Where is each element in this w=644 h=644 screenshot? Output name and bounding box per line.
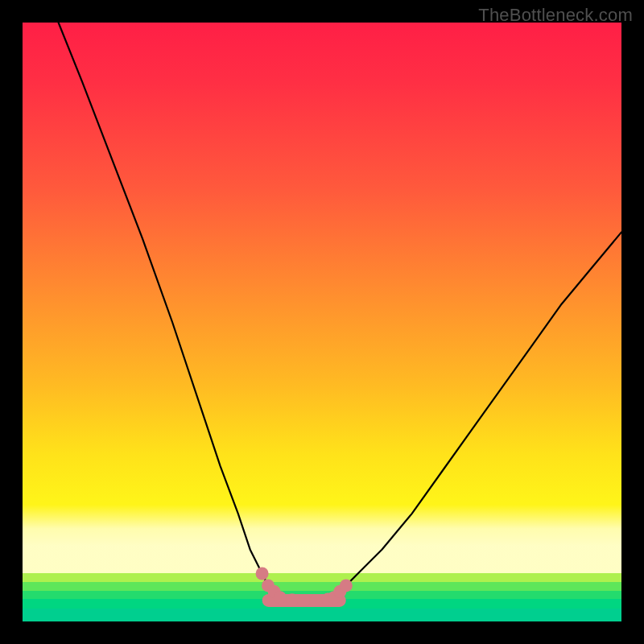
curve-layer: [23, 23, 621, 621]
watermark-text: TheBottleneck.com: [478, 5, 633, 26]
marker-dot: [310, 594, 323, 607]
marker-dot: [286, 593, 299, 606]
curve-left-branch: [59, 23, 280, 597]
plot-area: [23, 23, 621, 621]
marker-dot: [274, 591, 287, 604]
marker-dot: [340, 579, 353, 592]
curve-right-branch: [334, 232, 621, 597]
marker-dot: [298, 594, 311, 607]
chart-frame: TheBottleneck.com: [0, 0, 644, 644]
marker-dot: [256, 568, 269, 580]
